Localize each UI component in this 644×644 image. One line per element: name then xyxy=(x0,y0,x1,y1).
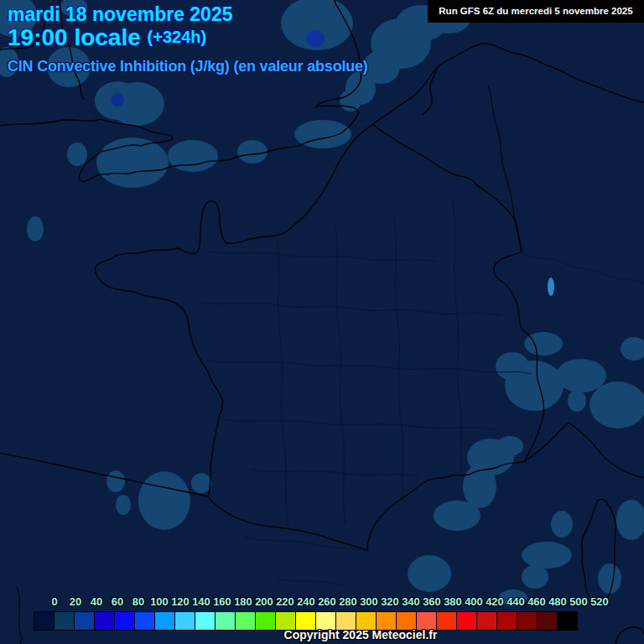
cin-patch xyxy=(589,382,644,428)
cin-patch xyxy=(191,473,211,493)
cin-patch xyxy=(556,359,606,392)
cin-patch xyxy=(27,216,44,242)
cin-patch xyxy=(408,555,451,592)
cin-spot xyxy=(111,93,124,106)
date-label: mardi 18 novembre 2025 xyxy=(8,3,232,26)
cin-patch xyxy=(499,589,527,606)
cin-patch xyxy=(522,542,572,569)
cin-patch xyxy=(496,352,529,381)
cin-spot xyxy=(306,30,325,47)
forecast-offset: (+324h) xyxy=(148,28,207,46)
cin-patch xyxy=(496,436,523,456)
time-label: 19:00 locale (+324h) xyxy=(8,24,206,51)
cin-patch xyxy=(138,471,190,530)
cin-patch xyxy=(116,495,131,515)
cin-patch xyxy=(434,501,480,531)
local-time: 19:00 locale xyxy=(8,24,141,50)
weather-map-page: mardi 18 novembre 2025 19:00 locale (+32… xyxy=(0,0,644,644)
parameter-title: CIN Convective Inhibition (J/kg) (en val… xyxy=(8,58,368,75)
cin-patch xyxy=(106,470,125,492)
cin-patch xyxy=(67,143,87,166)
model-run-info: Run GFS 6Z du mercredi 5 novembre 2025 xyxy=(428,0,644,23)
cin-patch xyxy=(568,390,586,412)
cin-spot xyxy=(548,278,554,296)
cin-patch xyxy=(598,564,621,594)
map-svg xyxy=(0,0,644,644)
cin-patch xyxy=(168,140,218,172)
cin-patch xyxy=(237,140,267,164)
cin-patch xyxy=(551,511,573,538)
copyright-text: Copyright 2025 Meteociel.fr xyxy=(277,628,444,641)
cin-patch xyxy=(522,565,548,589)
